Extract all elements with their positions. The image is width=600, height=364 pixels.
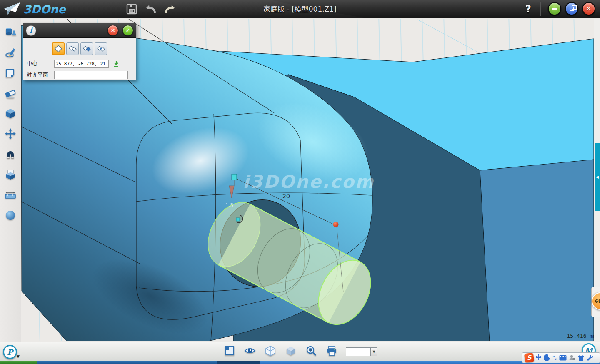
visibility-button[interactable]: [244, 345, 256, 357]
sidebar-item-primitives[interactable]: [3, 25, 18, 39]
wrench-icon: [587, 354, 593, 361]
cancel-icon: ✕: [110, 27, 115, 34]
ime-skin-button[interactable]: [578, 355, 585, 361]
titlebar-divider: [540, 2, 541, 16]
chevron-down-icon[interactable]: ▼: [370, 347, 378, 356]
origin-handle[interactable]: [236, 218, 240, 221]
center-row: 中心: [27, 60, 120, 68]
info-icon: i: [26, 25, 36, 36]
measure-icon: [5, 189, 16, 201]
command-dialog: i ✕ ✓: [23, 23, 136, 80]
person-icon: [569, 354, 575, 361]
ime-punct-toggle[interactable]: °,: [552, 355, 557, 361]
title-bar: 3DOne 家庭版 - [模型001.Z1]: [0, 0, 600, 18]
close-button[interactable]: ✕: [582, 2, 595, 15]
drag-ball-handle[interactable]: [333, 222, 339, 227]
save-button[interactable]: [125, 2, 138, 16]
undo-button[interactable]: [144, 2, 158, 16]
center-label: 中心: [27, 60, 54, 67]
redo-icon: [164, 3, 176, 15]
profile-badge[interactable]: P: [3, 345, 17, 359]
sidebar-item-eraser[interactable]: [3, 86, 18, 100]
pick-point-button[interactable]: [112, 60, 120, 68]
feature-cube-icon: [5, 107, 16, 119]
radius-label: 1.5: [225, 202, 233, 208]
minimize-button[interactable]: [548, 2, 561, 15]
sidebar-item-sketch[interactable]: [3, 45, 18, 60]
chevron-left-icon: ◀: [596, 175, 599, 179]
sketch-icon: [5, 47, 16, 58]
align-plane-label: 对齐平面: [27, 71, 54, 79]
sidebar-item-combine[interactable]: [3, 167, 18, 182]
layout-icon: [224, 345, 235, 356]
move-icon: [5, 128, 16, 140]
double-diamond-icon: [68, 45, 77, 53]
sidebar-item-magnet[interactable]: [3, 147, 18, 161]
ime-keyboard-button[interactable]: [559, 355, 567, 361]
restore-button[interactable]: [565, 2, 578, 15]
taskbar-segment: [37, 361, 217, 364]
combine-icon: [5, 169, 16, 180]
dialog-confirm-button[interactable]: ✓: [122, 25, 133, 36]
magnet-icon: [5, 148, 16, 160]
option-between-points[interactable]: [95, 42, 107, 55]
plate-end-face[interactable]: [480, 160, 594, 341]
minimize-icon: [552, 8, 558, 10]
sidebar-item-render-sphere[interactable]: [3, 208, 18, 222]
ime-toolbar: S 中 °,: [522, 352, 600, 363]
os-taskbar-edge: [0, 361, 600, 364]
ime-settings-button[interactable]: [587, 354, 593, 361]
render-sphere-icon: [5, 209, 16, 221]
primitives-icon: [5, 26, 16, 38]
center-input[interactable]: [54, 60, 109, 68]
paper-plane-icon: [4, 2, 20, 15]
pick-arrow-icon: [112, 60, 120, 67]
zoom-search-button[interactable]: [305, 345, 317, 357]
badge-count: 68: [595, 299, 600, 304]
sidebar-item-move[interactable]: [3, 127, 18, 141]
watermark: i3DOne.com: [243, 172, 375, 192]
close-icon: ✕: [586, 5, 592, 12]
align-plane-input[interactable]: [54, 71, 128, 79]
layout-button[interactable]: [224, 345, 235, 357]
restore-icon: [570, 7, 574, 11]
profile-caret[interactable]: ▼: [17, 354, 20, 359]
wireframe-cube-icon: [265, 345, 276, 356]
taskbar-start-segment[interactable]: [0, 361, 37, 364]
panel-collapse-tab[interactable]: ◀: [595, 143, 600, 211]
moon-icon: [544, 354, 550, 361]
ime-fullwidth-toggle[interactable]: [544, 354, 550, 361]
wireframe-view-button[interactable]: [265, 345, 276, 357]
sidebar-item-measure[interactable]: [3, 188, 18, 202]
app-name: 3DOne: [23, 3, 66, 16]
align-plane-row: 对齐平面: [27, 71, 128, 79]
option-point-plane[interactable]: [80, 42, 93, 55]
sidebar-item-plane[interactable]: [3, 66, 18, 80]
sogou-logo-icon[interactable]: S: [524, 353, 534, 363]
help-button[interactable]: ?: [522, 2, 535, 17]
save-icon: [126, 3, 138, 15]
dialog-header[interactable]: i ✕ ✓: [23, 23, 136, 38]
print-button[interactable]: [326, 345, 338, 357]
keyboard-icon: [559, 355, 567, 361]
dialog-cancel-button[interactable]: ✕: [108, 25, 118, 36]
view-dropdown-value[interactable]: [346, 347, 370, 356]
tshirt-icon: [578, 355, 585, 361]
placement-options: [52, 42, 107, 55]
shaded-view-button[interactable]: [285, 345, 297, 357]
view-dropdown[interactable]: ▼: [346, 347, 378, 356]
scale-readout: 15.416 mm: [567, 333, 594, 339]
eye-icon: [244, 345, 256, 356]
left-toolbar: [0, 18, 21, 342]
shaded-cube-icon: [285, 345, 296, 356]
option-single-point[interactable]: [52, 42, 65, 55]
ime-account-button[interactable]: [569, 354, 575, 361]
ime-lang-toggle[interactable]: 中: [536, 354, 542, 362]
diamond-icon: [54, 45, 62, 53]
diamond-filled-icon: [82, 45, 91, 53]
redo-button[interactable]: [163, 2, 177, 16]
axis-flag-handle[interactable]: [232, 174, 237, 180]
sidebar-item-feature-cube[interactable]: [3, 106, 18, 120]
zoom-search-icon: [306, 345, 317, 357]
option-two-points[interactable]: [66, 42, 79, 55]
